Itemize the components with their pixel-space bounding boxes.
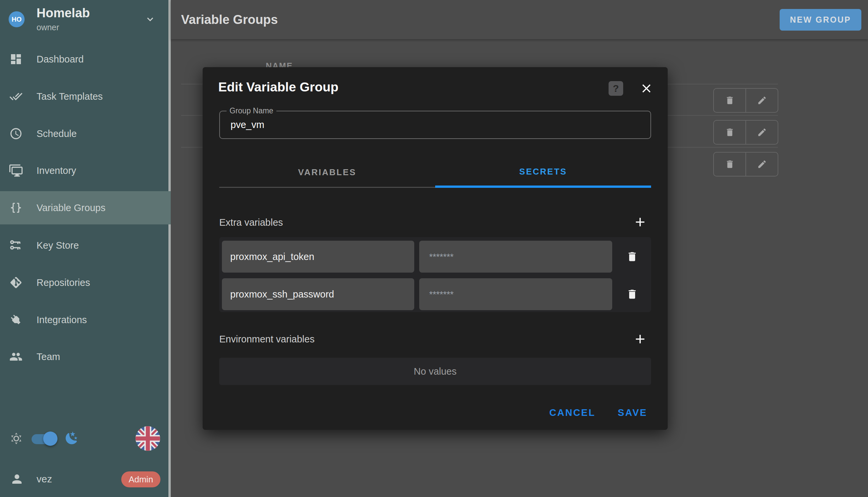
table-row-actions	[713, 88, 778, 113]
sidebar-item-label: Task Templates	[36, 91, 103, 102]
sidebar-item-schedule[interactable]: Schedule	[0, 117, 171, 150]
save-button[interactable]: SAVE	[614, 404, 651, 421]
sidebar-item-label: Repositories	[36, 277, 90, 288]
edit-button[interactable]	[746, 153, 778, 176]
environment-variables-empty: No values	[219, 358, 651, 385]
dialog-title: Edit Variable Group	[218, 80, 338, 95]
sidebar-item-dashboard[interactable]: Dashboard	[0, 43, 171, 76]
delete-button[interactable]	[714, 89, 746, 112]
moon-icon	[64, 431, 79, 445]
sidebar-item-key-store[interactable]: Key Store	[0, 229, 171, 262]
variable-name-input[interactable]	[222, 278, 414, 310]
username[interactable]: vez	[36, 473, 52, 485]
check-all-icon	[9, 90, 23, 103]
environment-variables-label: Environment variables	[219, 334, 314, 345]
sidebar-item-label: Dashboard	[36, 54, 84, 65]
edit-button[interactable]	[746, 89, 778, 112]
project-avatar: HO	[9, 11, 25, 27]
group-name-field: Group Name	[219, 111, 651, 139]
sun-icon	[9, 431, 23, 445]
project-switcher[interactable]: HO Homelab owner	[0, 0, 171, 39]
tab-variables[interactable]: VARIABLES	[219, 158, 435, 188]
sidebar-item-label: Integrations	[36, 314, 87, 325]
variable-value-input[interactable]	[419, 241, 612, 273]
new-group-button[interactable]: NEW GROUP	[780, 9, 862, 31]
theme-toggle-thumb[interactable]	[43, 431, 57, 446]
add-environment-variable-button[interactable]	[631, 330, 649, 349]
sidebar-item-task-templates[interactable]: Task Templates	[0, 80, 171, 113]
power-plug-icon	[9, 313, 23, 326]
admin-badge: Admin	[121, 471, 160, 487]
page-title: Variable Groups	[181, 13, 278, 27]
project-role: owner	[36, 23, 59, 32]
sidebar-item-repositories[interactable]: Repositories	[0, 266, 171, 299]
group-name-input[interactable]	[220, 111, 650, 138]
add-extra-variable-button[interactable]	[631, 213, 649, 231]
chevron-down-icon	[144, 13, 156, 25]
sidebar-item-label: Inventory	[36, 165, 76, 176]
extra-variables-panel	[219, 237, 651, 312]
uk-flag-icon[interactable]	[135, 426, 160, 451]
extra-variables-label: Extra variables	[219, 217, 283, 228]
cancel-button[interactable]: CANCEL	[548, 404, 597, 421]
delete-button[interactable]	[714, 153, 746, 176]
sidebar-item-team[interactable]: Team	[0, 340, 171, 373]
delete-variable-icon[interactable]	[623, 247, 642, 266]
account-multiple-icon	[9, 350, 23, 363]
view-dashboard-icon	[9, 53, 23, 66]
sidebar-item-integrations[interactable]: Integrations	[0, 303, 171, 337]
edit-variable-group-dialog: Edit Variable Group ? Group Name VARIABL…	[203, 67, 668, 430]
monitor-icon	[9, 164, 23, 177]
close-icon[interactable]	[638, 81, 654, 96]
user-icon	[10, 472, 24, 486]
sidebar-item-label: Schedule	[36, 128, 77, 139]
edit-button[interactable]	[746, 121, 778, 144]
table-row-actions	[713, 152, 778, 176]
sidebar-item-label: Key Store	[36, 240, 79, 251]
table-row-actions	[713, 120, 778, 145]
sidebar-item-variable-groups[interactable]: Variable Groups	[0, 191, 171, 224]
project-name: Homelab	[36, 6, 90, 20]
delete-variable-icon[interactable]	[623, 285, 642, 303]
git-icon	[9, 276, 23, 289]
sidebar: HO Homelab owner Dashboard Task Template…	[0, 0, 171, 497]
clock-icon	[9, 127, 23, 140]
tab-secrets[interactable]: SECRETS	[435, 158, 651, 188]
help-button[interactable]: ?	[608, 81, 623, 96]
code-braces-icon	[9, 201, 23, 214]
sidebar-item-label: Team	[36, 351, 60, 363]
sidebar-item-label: Variable Groups	[36, 202, 105, 213]
sidebar-item-inventory[interactable]: Inventory	[0, 154, 171, 187]
keys-icon	[9, 239, 23, 252]
variable-value-input[interactable]	[419, 278, 612, 310]
variable-name-input[interactable]	[222, 241, 414, 273]
delete-button[interactable]	[714, 121, 746, 144]
app-root: HO Homelab owner Dashboard Task Template…	[0, 0, 868, 497]
